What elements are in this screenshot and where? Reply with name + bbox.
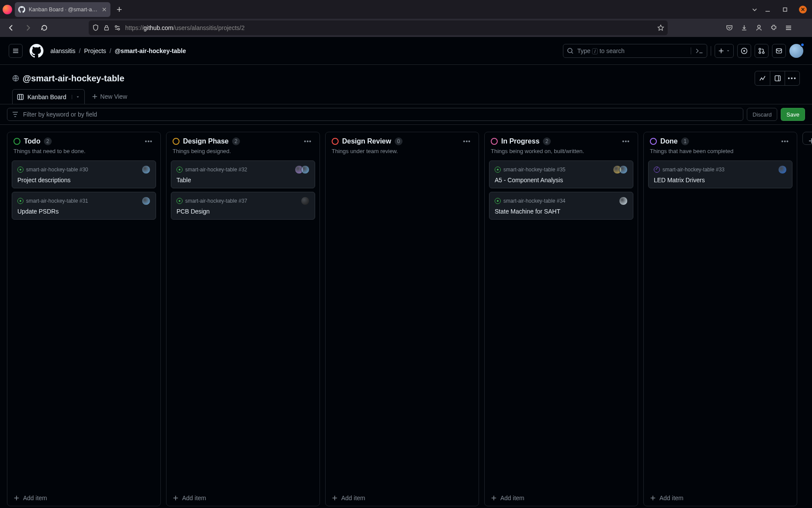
window-maximize-button[interactable] [782,6,789,13]
board-card[interactable]: smart-air-hockey-table #30Project descri… [12,160,156,188]
new-tab-button[interactable]: + [113,4,126,15]
url-bar[interactable]: https://github.com/users/alanssitis/proj… [89,20,668,35]
breadcrumb-current[interactable]: @smart-air-hockey-table [115,47,186,54]
card-assignees[interactable] [619,197,628,205]
card-title[interactable]: Project descriptions [17,177,150,184]
card-issue-ref[interactable]: smart-air-hockey-table #37 [185,198,247,204]
svg-rect-12 [776,49,782,53]
column-menu-button[interactable]: ••• [143,138,154,145]
column-count-badge: 2 [543,137,551,145]
card-title[interactable]: Table [176,177,309,184]
card-issue-ref[interactable]: smart-air-hockey-table #32 [185,167,247,173]
pull-requests-button[interactable] [755,44,769,58]
notifications-button[interactable] [772,44,786,58]
issues-button[interactable] [737,44,751,58]
global-search[interactable]: Type / to search [563,44,707,58]
github-logo-icon[interactable] [30,44,43,58]
add-item-button[interactable]: Add item [166,490,319,506]
nav-back-button[interactable] [4,21,18,35]
breadcrumb-projects[interactable]: Projects [84,47,106,54]
window-close-button[interactable]: ✕ [799,6,807,13]
assignee-avatar[interactable] [301,197,309,205]
issue-open-icon [176,198,183,204]
svg-point-10 [759,52,761,53]
add-item-button[interactable]: Add item [326,490,479,506]
column-description: Things being worked on, built/written. [491,148,632,154]
column-menu-button[interactable]: ••• [779,138,791,145]
discard-button[interactable]: Discard [747,108,777,121]
column-menu-button[interactable]: ••• [620,138,632,145]
assignee-avatar[interactable] [301,165,309,174]
plus-icon [491,495,497,501]
board-card[interactable]: smart-air-hockey-table #34State Machine … [489,192,633,220]
add-item-button[interactable]: Add item [644,490,797,506]
card-issue-ref[interactable]: smart-air-hockey-table #33 [662,167,725,173]
insights-button[interactable] [755,71,770,85]
save-button[interactable]: Save [781,108,805,121]
breadcrumb-owner[interactable]: alanssitis [50,47,76,54]
card-title[interactable]: State Machine for SAHT [495,208,628,215]
account-button[interactable] [752,21,766,35]
add-column-button[interactable] [802,132,812,145]
column-description: Things that need to be done. [13,148,154,154]
board-card[interactable]: smart-air-hockey-table #33LED Matrix Dri… [648,160,792,188]
project-details-button[interactable] [770,71,785,85]
card-issue-ref[interactable]: smart-air-hockey-table #30 [26,167,88,173]
board-column-done: Done1•••Things that have been completeds… [643,132,797,506]
board-card[interactable]: smart-air-hockey-table #32Table [171,160,315,188]
view-tab-kanban[interactable]: Kanban Board [12,89,85,104]
assignee-avatar[interactable] [619,165,628,174]
global-nav-menu-button[interactable] [9,44,23,58]
view-tab-menu[interactable] [72,95,80,99]
card-issue-ref[interactable]: smart-air-hockey-table #34 [503,198,566,204]
card-title[interactable]: A5 - Component Analysis [495,177,628,184]
column-menu-button[interactable]: ••• [461,138,473,145]
assignee-avatar[interactable] [142,197,150,205]
column-title[interactable]: Design Phase [183,137,229,145]
column-title[interactable]: Todo [24,137,40,145]
bookmark-star-icon[interactable] [657,24,664,31]
card-title[interactable]: LED Matrix Drivers [654,177,787,184]
column-title[interactable]: In Progress [501,137,539,145]
card-assignees[interactable] [142,197,150,205]
create-new-dropdown[interactable] [715,44,734,58]
card-issue-ref[interactable]: smart-air-hockey-table #31 [26,198,88,204]
card-assignees[interactable] [295,165,309,174]
user-avatar[interactable] [789,44,803,58]
assignee-avatar[interactable] [619,197,628,205]
card-title[interactable]: Update PSDRs [17,208,150,215]
board-card[interactable]: smart-air-hockey-table #35A5 - Component… [489,160,633,188]
card-issue-ref[interactable]: smart-air-hockey-table #35 [503,167,566,173]
window-minimize-button[interactable] [764,6,771,13]
nav-forward-button[interactable] [21,21,35,35]
browser-tab-active[interactable]: Kanban Board · @smart-air… ✕ [15,2,110,17]
app-menu-button[interactable] [782,21,795,35]
column-title[interactable]: Done [660,137,678,145]
filter-input[interactable] [22,110,739,118]
card-assignees[interactable] [778,165,787,174]
board-card[interactable]: smart-air-hockey-table #31Update PSDRs [12,192,156,220]
column-title[interactable]: Design Review [342,137,391,145]
project-menu-button[interactable]: ••• [785,71,799,85]
extensions-button[interactable] [767,21,781,35]
assignee-avatar[interactable] [142,165,150,174]
downloads-button[interactable] [737,21,751,35]
card-assignees[interactable] [613,165,628,174]
plus-icon [808,137,812,144]
command-palette-icon[interactable] [691,47,703,54]
filter-input-wrapper[interactable] [7,108,743,121]
new-view-button[interactable]: New View [87,89,133,104]
board-card[interactable]: smart-air-hockey-table #37PCB Design [171,192,315,220]
add-item-button[interactable]: Add item [485,490,638,506]
list-all-tabs-button[interactable] [748,3,762,17]
save-to-pocket-button[interactable] [722,21,736,35]
card-assignees[interactable] [301,197,309,205]
project-title[interactable]: @smart-air-hockey-table [12,74,124,84]
card-title[interactable]: PCB Design [176,208,309,215]
tab-close-icon[interactable]: ✕ [102,7,107,13]
nav-reload-button[interactable] [37,21,51,35]
card-assignees[interactable] [142,165,150,174]
column-menu-button[interactable]: ••• [302,138,313,145]
add-item-button[interactable]: Add item [7,490,160,506]
assignee-avatar[interactable] [778,165,787,174]
